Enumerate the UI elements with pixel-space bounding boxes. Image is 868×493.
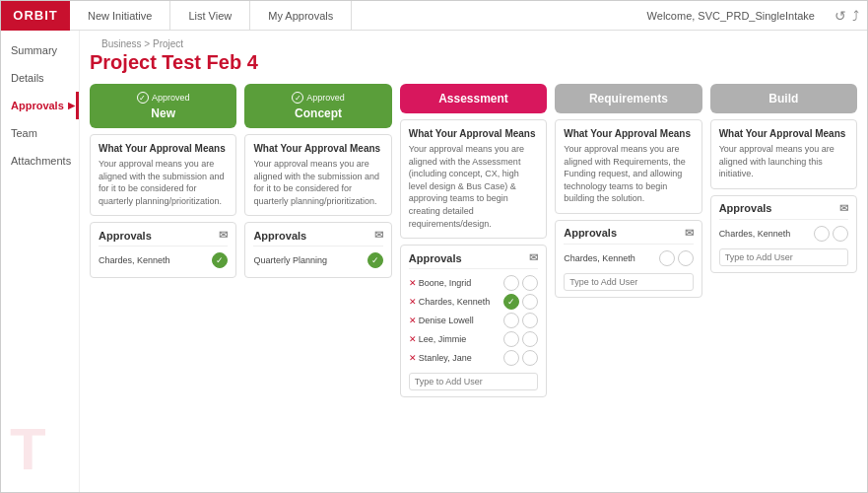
remove-icon[interactable]: ✕ [409,353,417,363]
table-row: ✕ Denise Lowell [409,313,538,328]
envelope-icon-requirements[interactable]: ✉ [685,227,694,240]
main-content: Business > Project Project Test Feb 4 ✓ … [80,31,867,493]
table-row: Chardes, Kenneth ✓ [99,252,228,268]
approver-status [503,313,538,328]
share-icon[interactable]: ⤴ [852,8,859,24]
status-approved-icon: ✓ [367,252,383,268]
stage-header-assessment: Assessment [400,84,547,113]
approved-badge-new: ✓ Approved [100,92,227,104]
stage-header-new: ✓ Approved New [90,84,236,128]
col-concept: ✓ Approved Concept What Your Approval Me… [244,84,391,397]
add-user-input-assessment[interactable] [409,373,538,390]
status-pending-icon [659,250,675,266]
approvals-header-concept: Approvals ✉ [253,229,382,246]
status-pending-icon [503,313,519,328]
kanban-board: ✓ Approved New What Your Approval Means … [90,84,857,397]
status-pending-icon-2 [678,250,694,266]
sidebar-item-approvals[interactable]: Approvals ▶ [1,92,79,119]
logo-text: ORBIT [13,8,57,23]
add-user-input-requirements[interactable] [564,273,693,291]
nav-list-view[interactable]: List View [170,1,250,31]
status-pending-icon-2 [833,226,848,242]
status-pending-icon [522,294,538,310]
envelope-icon-build[interactable]: ✉ [839,202,848,215]
status-pending-icon-2 [522,275,538,291]
table-row: ✕ Chardes, Kenneth ✓ [409,294,538,310]
approvals-card-requirements: Approvals ✉ Chardes, Kenneth [555,220,701,298]
nav-my-approvals[interactable]: My Approvals [250,1,352,31]
approval-means-card-requirements: What Your Approval Means Your approval m… [555,119,701,214]
nav-icons: ↺ ⤴ [827,8,867,24]
approver-status [659,250,694,266]
top-nav: ORBIT New Initiative List View My Approv… [1,1,867,31]
logo[interactable]: ORBIT [1,1,70,31]
table-row: Quarterly Planning ✓ [253,252,382,268]
status-pending-icon-2 [522,331,538,347]
refresh-icon[interactable]: ↺ [835,8,846,24]
table-row: Chardes, Kenneth [564,250,693,266]
col-new: ✓ Approved New What Your Approval Means … [90,84,236,397]
envelope-icon-assessment[interactable]: ✉ [529,251,538,264]
approval-means-card-build: What Your Approval Means Your approval m… [710,119,857,189]
approvals-card-new: Approvals ✉ Chardes, Kenneth ✓ [90,222,236,278]
table-row: ✕ Boone, Ingrid [409,275,538,291]
approver-status [503,331,538,347]
col-build: Build What Your Approval Means Your appr… [710,84,857,397]
approvals-header-build: Approvals ✉ [719,202,848,220]
approver-status [503,350,538,366]
breadcrumb: Business > Project [90,35,857,51]
stage-header-build: Build [710,84,857,113]
remove-icon[interactable]: ✕ [409,297,417,307]
approval-means-card-assessment: What Your Approval Means Your approval m… [400,119,547,239]
add-user-input-build[interactable] [719,248,848,266]
envelope-icon-new[interactable]: ✉ [219,229,228,242]
table-row: Chardes, Kenneth [719,226,848,242]
approved-badge-concept: ✓ Approved [254,92,381,104]
status-pending-icon [503,331,519,347]
approver-status: ✓ [367,252,383,268]
sidebar-item-details[interactable]: Details [1,64,79,92]
approver-status [503,275,538,291]
status-approved-icon: ✓ [212,252,228,268]
check-icon-new: ✓ [137,92,149,104]
nav-links: New Initiative List View My Approvals [70,1,635,31]
table-row: ✕ Lee, Jimmie [409,331,538,347]
approver-status: ✓ [503,294,538,310]
approvals-card-build: Approvals ✉ Chardes, Kenneth [710,195,857,273]
approvals-card-concept: Approvals ✉ Quarterly Planning ✓ [244,222,391,278]
approver-status: ✓ [212,252,228,268]
status-pending-icon [814,226,830,242]
main-layout: Summary Details Approvals ▶ Team Attachm… [1,31,867,493]
envelope-icon-concept[interactable]: ✉ [374,229,383,242]
approvals-header-new: Approvals ✉ [99,229,228,246]
check-icon-concept: ✓ [292,92,303,104]
remove-icon[interactable]: ✕ [409,316,417,325]
approval-means-card-new: What Your Approval Means Your approval m… [90,134,236,216]
stage-header-requirements: Requirements [555,84,701,113]
approvals-header-assessment: Approvals ✉ [409,251,538,269]
sidebar-item-summary[interactable]: Summary [1,36,79,64]
remove-icon[interactable]: ✕ [409,278,417,288]
sidebar-item-attachments[interactable]: Attachments [1,147,79,175]
status-pending-icon [503,275,519,291]
approval-means-card-concept: What Your Approval Means Your approval m… [244,134,391,216]
stage-header-concept: ✓ Approved Concept [244,84,391,128]
col-assessment: Assessment What Your Approval Means Your… [400,84,547,397]
sidebar: Summary Details Approvals ▶ Team Attachm… [1,31,80,493]
welcome-text: Welcome, SVC_PRD_SingleIntake [635,10,827,22]
status-pending-icon-2 [522,350,538,366]
status-pending-icon-2 [522,313,538,328]
approvals-card-assessment: Approvals ✉ ✕ Boone, Ingrid ✕ Chardes, K [400,245,547,397]
table-row: ✕ Stanley, Jane [409,350,538,366]
nav-new-initiative[interactable]: New Initiative [70,1,170,31]
approvals-header-requirements: Approvals ✉ [564,227,693,245]
col-requirements: Requirements What Your Approval Means Yo… [555,84,701,397]
sidebar-item-team[interactable]: Team [1,119,79,147]
approver-status [814,226,848,242]
status-approved-icon: ✓ [503,294,519,310]
remove-icon[interactable]: ✕ [409,334,417,344]
page-title: Project Test Feb 4 [90,51,857,74]
sidebar-arrow-icon: ▶ [68,101,75,110]
status-pending-icon [503,350,519,366]
